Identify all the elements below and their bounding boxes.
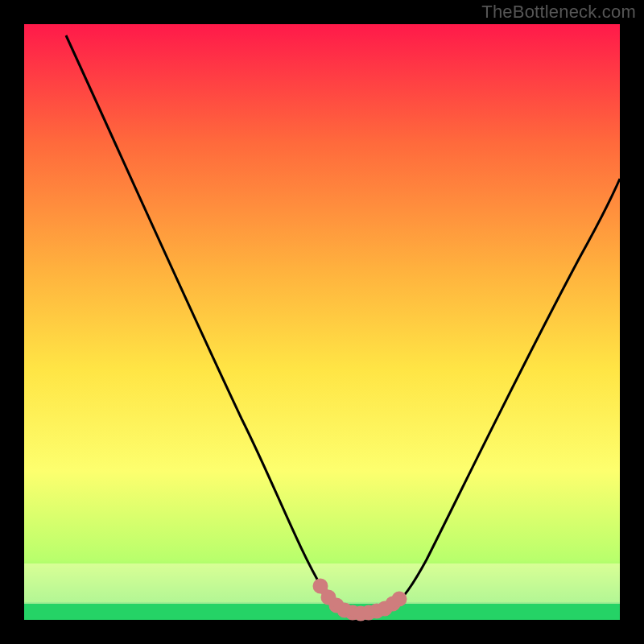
plot-background <box>24 24 620 620</box>
watermark-text: TheBottleneck.com <box>481 2 636 23</box>
bottleneck-chart: TheBottleneck.com <box>0 0 644 644</box>
green-band <box>24 602 620 620</box>
chart-svg <box>0 0 644 644</box>
